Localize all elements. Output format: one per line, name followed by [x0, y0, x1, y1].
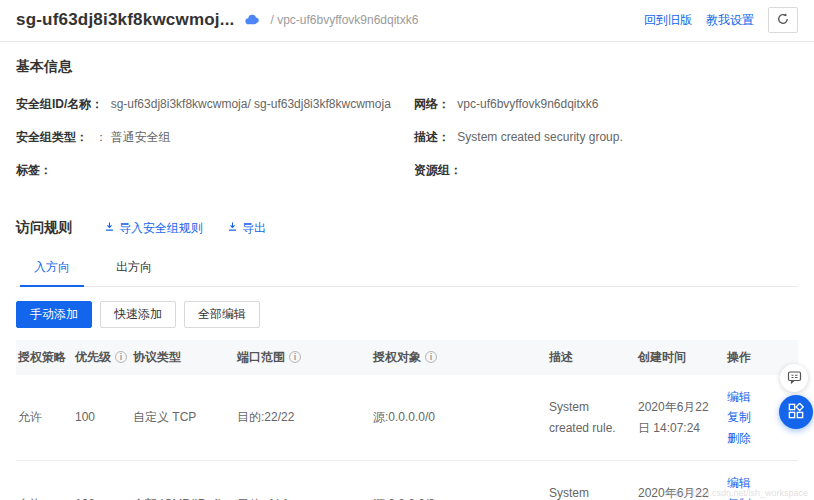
- cell-port-range: 目的:22/22: [235, 375, 371, 461]
- top-bar: sg-uf63dj8i3kf8kwcwmoj... / vpc-uf6bvyff…: [0, 0, 814, 42]
- security-group-detail-page: sg-uf63dj8i3kf8kwcwmoj... / vpc-uf6bvyff…: [0, 0, 814, 500]
- field-description: 描述： System created security group.: [414, 129, 623, 146]
- field-label: 安全组ID/名称：: [16, 97, 103, 111]
- field-sg-type: 安全组类型： ： 普通安全组: [16, 129, 414, 146]
- copy-link[interactable]: 复制: [727, 497, 751, 500]
- delete-link[interactable]: 删除: [727, 431, 751, 445]
- col-header-label: 协议类型: [133, 350, 181, 364]
- cell-protocol: 全部 ICMP(IPv4): [131, 461, 235, 500]
- back-to-old-version-link[interactable]: 回到旧版: [644, 12, 692, 29]
- field-label: 描述：: [414, 130, 450, 144]
- rules-toolbar: 手动添加 快速添加 全部编辑: [16, 301, 798, 328]
- top-bar-left: sg-uf63dj8i3kf8kwcwmoj... / vpc-uf6bvyff…: [16, 10, 418, 30]
- info-icon[interactable]: [115, 351, 127, 363]
- basic-info-section: 基本信息 安全组ID/名称： sg-uf63dj8i3kf8kwcwmoja/ …: [0, 42, 814, 179]
- teach-me-setup-link[interactable]: 教我设置: [706, 12, 754, 29]
- col-header-label: 授权对象: [373, 350, 421, 364]
- col-header-label: 授权策略: [18, 350, 66, 364]
- basic-info-grid: 安全组ID/名称： sg-uf63dj8i3kf8kwcwmoja/ sg-uf…: [16, 80, 798, 179]
- col-header-policy: 授权策略: [16, 340, 73, 375]
- copy-link[interactable]: 复制: [727, 410, 751, 424]
- col-header-description: 描述: [547, 340, 636, 375]
- cell-priority: 100: [73, 461, 131, 500]
- col-header-priority: 优先级: [73, 340, 131, 375]
- cell-port-range: 目的:-1/-1: [235, 461, 371, 500]
- edit-link[interactable]: 编辑: [727, 390, 751, 404]
- import-rules-link[interactable]: 导入安全组规则: [104, 220, 203, 237]
- header-row: 授权策略 优先级 协议类型 端口范围 授权对象 描述 创建时间 操作: [16, 340, 798, 375]
- feedback-button[interactable]: [780, 364, 808, 392]
- table-row: 允许 100 自定义 TCP 目的:22/22 源:0.0.0.0/0 Syst…: [16, 375, 798, 461]
- edit-all-button[interactable]: 全部编辑: [184, 301, 260, 328]
- field-sg-id-name: 安全组ID/名称： sg-uf63dj8i3kf8kwcwmoja/ sg-uf…: [16, 96, 414, 113]
- field-value: System created security group.: [457, 130, 622, 144]
- col-header-label: 描述: [549, 350, 573, 364]
- field-tags: 标签：: [16, 162, 414, 179]
- quick-add-button[interactable]: 快速添加: [100, 301, 176, 328]
- access-rules-header: 访问规则 导入安全组规则 导出: [16, 219, 798, 237]
- rules-table-body: 允许 100 自定义 TCP 目的:22/22 源:0.0.0.0/0 Syst…: [16, 375, 798, 500]
- tab-outbound[interactable]: 出方向: [102, 251, 166, 286]
- feedback-bubble-icon: [787, 370, 802, 387]
- access-rules-title: 访问规则: [16, 219, 72, 237]
- top-bar-right: 回到旧版 教我设置: [644, 7, 798, 33]
- cell-created: 2020年6月22日 14:07:24: [636, 375, 725, 461]
- app-grid-button[interactable]: [779, 395, 813, 429]
- field-label: 资源组：: [414, 163, 462, 177]
- col-header-label: 端口范围: [237, 350, 285, 364]
- info-icon[interactable]: [425, 351, 437, 363]
- basic-info-title: 基本信息: [16, 58, 798, 76]
- cell-description: System created rule.: [547, 375, 636, 461]
- field-label: 标签：: [16, 163, 52, 177]
- refresh-button[interactable]: [768, 7, 798, 33]
- direction-tabs: 入方向 出方向: [16, 251, 798, 287]
- import-rules-label: 导入安全组规则: [119, 220, 203, 237]
- app-grid-icon: [788, 403, 804, 422]
- col-header-label: 创建时间: [638, 350, 686, 364]
- breadcrumb: / vpc-uf6bvyffovk9n6dqitxk6: [271, 13, 419, 27]
- col-header-label: 优先级: [75, 350, 111, 364]
- table-row: 允许 100 全部 ICMP(IPv4) 目的:-1/-1 源:0.0.0.0/…: [16, 461, 798, 500]
- cloud-edit-icon[interactable]: [245, 14, 259, 26]
- basic-info-right-column: 网络： vpc-uf6bvyffovk9n6dqitxk6 描述： System…: [414, 80, 623, 179]
- field-network: 网络： vpc-uf6bvyffovk9n6dqitxk6: [414, 96, 623, 113]
- rules-table-head: 授权策略 优先级 协议类型 端口范围 授权对象 描述 创建时间 操作: [16, 340, 798, 375]
- cell-actions: 编辑复制删除: [725, 461, 798, 500]
- cell-protocol: 自定义 TCP: [131, 375, 235, 461]
- cell-grant-target: 源:0.0.0.0/0: [371, 461, 547, 500]
- cell-priority: 100: [73, 375, 131, 461]
- cell-created: 2020年6月22日 14:07:24: [636, 461, 725, 500]
- cell-grant-target: 源:0.0.0.0/0: [371, 375, 547, 461]
- field-label: 网络：: [414, 97, 450, 111]
- tab-inbound[interactable]: 入方向: [20, 251, 84, 287]
- cell-policy: 允许: [16, 375, 73, 461]
- manual-add-button[interactable]: 手动添加: [16, 301, 92, 328]
- download-icon: [104, 221, 115, 235]
- access-rules-section: 访问规则 导入安全组规则 导出 入方向 出方向 手动添加 快速添加 全部编辑: [0, 219, 814, 500]
- field-resource-group: 资源组：: [414, 162, 623, 179]
- col-header-grant-target: 授权对象: [371, 340, 547, 375]
- field-value: ： 普通安全组: [95, 130, 170, 144]
- download-icon: [227, 221, 238, 235]
- field-label: 安全组类型：: [16, 130, 88, 144]
- cell-description: System created rule.: [547, 461, 636, 500]
- col-header-label: 操作: [727, 350, 751, 364]
- field-value: vpc-uf6bvyffovk9n6dqitxk6: [457, 97, 598, 111]
- page-title: sg-uf63dj8i3kf8kwcwmoj...: [16, 10, 235, 30]
- rules-table: 授权策略 优先级 协议类型 端口范围 授权对象 描述 创建时间 操作 允许 10…: [16, 340, 798, 500]
- info-icon[interactable]: [289, 351, 301, 363]
- basic-info-left-column: 安全组ID/名称： sg-uf63dj8i3kf8kwcwmoja/ sg-uf…: [16, 80, 414, 179]
- cell-policy: 允许: [16, 461, 73, 500]
- field-value: sg-uf63dj8i3kf8kwcwmoja/ sg-uf63dj8i3kf8…: [111, 97, 391, 111]
- col-header-protocol: 协议类型: [131, 340, 235, 375]
- refresh-icon: [776, 12, 790, 29]
- col-header-created: 创建时间: [636, 340, 725, 375]
- export-link[interactable]: 导出: [227, 220, 266, 237]
- edit-link[interactable]: 编辑: [727, 476, 751, 490]
- col-header-port-range: 端口范围: [235, 340, 371, 375]
- export-label: 导出: [242, 220, 266, 237]
